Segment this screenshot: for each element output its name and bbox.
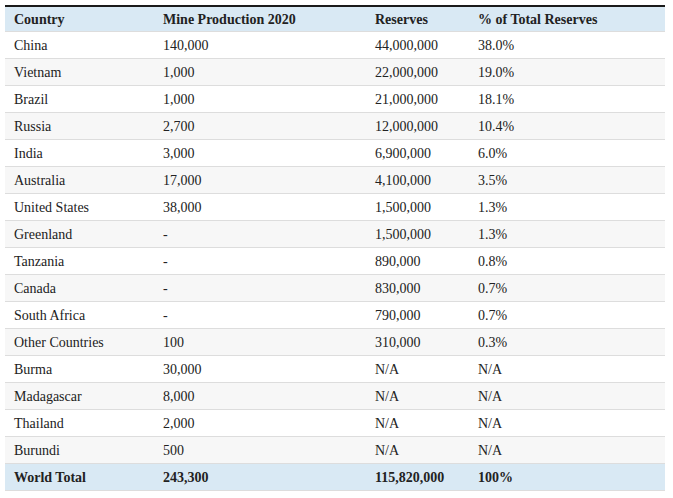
cell-production: - [154, 275, 366, 302]
cell-reserves: 44,000,000 [366, 32, 469, 59]
table-row: Brazil1,00021,000,00018.1% [5, 86, 665, 113]
cell-country: Other Countries [5, 329, 154, 356]
cell-country: South Africa [5, 302, 154, 329]
cell-production: - [154, 302, 366, 329]
cell-country: Canada [5, 275, 154, 302]
table-row: India3,0006,900,0006.0% [5, 140, 665, 167]
table-row: Burma30,000N/AN/A [5, 356, 665, 383]
cell-reserves: 21,000,000 [366, 86, 469, 113]
header-row: CountryMine Production 2020Reserves% of … [5, 6, 665, 32]
table-row: Madagascar8,000N/AN/A [5, 383, 665, 410]
cell-pct: N/A [469, 383, 665, 410]
column-header-country: Country [5, 6, 154, 32]
cell-pct: 18.1% [469, 86, 665, 113]
cell-production: 100 [154, 329, 366, 356]
table-row: Canada-830,0000.7% [5, 275, 665, 302]
total-cell-production: 243,300 [154, 464, 366, 491]
cell-pct: 0.3% [469, 329, 665, 356]
table-row: Thailand2,000N/AN/A [5, 410, 665, 437]
cell-reserves: 830,000 [366, 275, 469, 302]
cell-production: - [154, 221, 366, 248]
cell-reserves: 1,500,000 [366, 194, 469, 221]
cell-reserves: 890,000 [366, 248, 469, 275]
cell-country: Australia [5, 167, 154, 194]
cell-reserves: N/A [366, 356, 469, 383]
cell-production: 2,000 [154, 410, 366, 437]
cell-pct: 0.8% [469, 248, 665, 275]
cell-reserves: N/A [366, 383, 469, 410]
cell-pct: 1.3% [469, 194, 665, 221]
cell-country: United States [5, 194, 154, 221]
cell-pct: N/A [469, 356, 665, 383]
cell-production: 17,000 [154, 167, 366, 194]
cell-country: Brazil [5, 86, 154, 113]
cell-pct: 0.7% [469, 302, 665, 329]
total-cell-pct: 100% [469, 464, 665, 491]
table-row: China140,00044,000,00038.0% [5, 32, 665, 59]
cell-pct: 6.0% [469, 140, 665, 167]
cell-reserves: N/A [366, 410, 469, 437]
cell-pct: 19.0% [469, 59, 665, 86]
cell-country: Madagascar [5, 383, 154, 410]
cell-country: India [5, 140, 154, 167]
cell-country: Thailand [5, 410, 154, 437]
cell-production: 1,000 [154, 86, 366, 113]
column-header-pct: % of Total Reserves [469, 6, 665, 32]
total-cell-country: World Total [5, 464, 154, 491]
column-header-reserves: Reserves [366, 6, 469, 32]
cell-country: Vietnam [5, 59, 154, 86]
table-row: Other Countries100310,0000.3% [5, 329, 665, 356]
cell-pct: 1.3% [469, 221, 665, 248]
cell-production: 140,000 [154, 32, 366, 59]
table-row: South Africa-790,0000.7% [5, 302, 665, 329]
total-cell-reserves: 115,820,000 [366, 464, 469, 491]
cell-pct: 10.4% [469, 113, 665, 140]
cell-reserves: 790,000 [366, 302, 469, 329]
cell-reserves: 12,000,000 [366, 113, 469, 140]
cell-production: 500 [154, 437, 366, 464]
cell-country: Tanzania [5, 248, 154, 275]
column-header-production: Mine Production 2020 [154, 6, 366, 32]
table-row: Vietnam1,00022,000,00019.0% [5, 59, 665, 86]
table-row: Tanzania-890,0000.8% [5, 248, 665, 275]
cell-production: 30,000 [154, 356, 366, 383]
cell-reserves: 22,000,000 [366, 59, 469, 86]
cell-country: Greenland [5, 221, 154, 248]
cell-production: 1,000 [154, 59, 366, 86]
cell-production: 8,000 [154, 383, 366, 410]
page: CountryMine Production 2020Reserves% of … [0, 0, 673, 491]
cell-production: - [154, 248, 366, 275]
cell-pct: 38.0% [469, 32, 665, 59]
cell-production: 3,000 [154, 140, 366, 167]
cell-production: 38,000 [154, 194, 366, 221]
cell-pct: 0.7% [469, 275, 665, 302]
cell-pct: 3.5% [469, 167, 665, 194]
cell-reserves: 1,500,000 [366, 221, 469, 248]
cell-pct: N/A [469, 437, 665, 464]
table-row: United States38,0001,500,0001.3% [5, 194, 665, 221]
reserves-table: CountryMine Production 2020Reserves% of … [5, 5, 665, 491]
cell-pct: N/A [469, 410, 665, 437]
cell-country: Burundi [5, 437, 154, 464]
table-row: Greenland-1,500,0001.3% [5, 221, 665, 248]
cell-reserves: 4,100,000 [366, 167, 469, 194]
cell-country: Burma [5, 356, 154, 383]
table-row: Russia2,70012,000,00010.4% [5, 113, 665, 140]
cell-production: 2,700 [154, 113, 366, 140]
cell-reserves: 6,900,000 [366, 140, 469, 167]
cell-reserves: N/A [366, 437, 469, 464]
table-row: Australia17,0004,100,0003.5% [5, 167, 665, 194]
cell-country: China [5, 32, 154, 59]
cell-reserves: 310,000 [366, 329, 469, 356]
table-row: Burundi500N/AN/A [5, 437, 665, 464]
total-row: World Total243,300115,820,000100% [5, 464, 665, 491]
cell-country: Russia [5, 113, 154, 140]
